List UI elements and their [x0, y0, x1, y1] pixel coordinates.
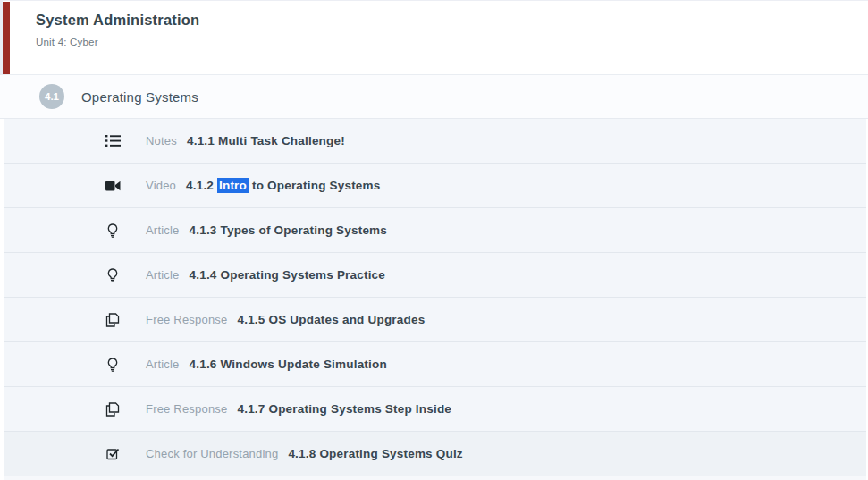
search-highlight: Intro	[217, 178, 249, 193]
module-title: Operating Systems	[81, 89, 198, 105]
lesson-list: Notes 4.1.1 Multi Task Challenge! Video …	[4, 119, 866, 476]
item-type-label: Free Response	[146, 402, 227, 416]
item-title: 4.1.7 Operating Systems Step Inside	[237, 402, 451, 416]
lesson-row-4-1-4[interactable]: Article 4.1.4 Operating Systems Practice	[4, 253, 866, 298]
unit-accent-bar	[3, 2, 10, 74]
item-title: 4.1.6 Windows Update Simulation	[190, 358, 387, 371]
item-title: 4.1.3 Types of Operating Systems	[190, 223, 387, 237]
module-number-badge: 4.1	[39, 84, 64, 109]
lightbulb-icon	[105, 223, 121, 239]
checkbox-checked-icon	[105, 446, 121, 462]
item-title: 4.1.8 Operating Systems Quiz	[288, 447, 462, 460]
lightbulb-icon	[105, 357, 121, 373]
item-title: 4.1.1 Multi Task Challenge!	[187, 134, 345, 147]
item-title: 4.1.2 Intro to Operating Systems	[186, 179, 380, 192]
lightbulb-icon	[105, 267, 121, 283]
item-type-label: Check for Understanding	[146, 447, 278, 460]
lesson-row-4-1-6[interactable]: Article 4.1.6 Windows Update Simulation	[4, 342, 866, 387]
lesson-row-4-1-8[interactable]: Check for Understanding 4.1.8 Operating …	[4, 432, 866, 476]
module-header[interactable]: 4.1 Operating Systems	[0, 74, 868, 119]
notes-list-icon	[105, 133, 121, 149]
copy-pages-icon	[105, 312, 121, 328]
item-type-label: Free Response	[146, 313, 227, 326]
unit-subtitle: Unit 4: Cyber	[36, 37, 868, 47]
title-suffix: to Operating Systems	[249, 179, 381, 192]
item-type-label: Notes	[146, 134, 177, 147]
title-prefix: 4.1.2	[186, 179, 217, 192]
copy-pages-icon	[105, 401, 121, 417]
course-title: System Administration	[36, 12, 868, 29]
item-type-label: Video	[146, 179, 176, 192]
lesson-row-4-1-5[interactable]: Free Response 4.1.5 OS Updates and Upgra…	[4, 298, 866, 342]
lesson-row-4-1-2[interactable]: Video 4.1.2 Intro to Operating Systems	[4, 164, 866, 208]
next-row-peek	[4, 476, 866, 480]
lesson-row-4-1-3[interactable]: Article 4.1.3 Types of Operating Systems	[4, 208, 866, 253]
video-camera-icon	[105, 178, 121, 194]
item-type-label: Article	[146, 358, 180, 371]
item-title: 4.1.4 Operating Systems Practice	[190, 268, 386, 282]
lesson-row-4-1-1[interactable]: Notes 4.1.1 Multi Task Challenge!	[4, 119, 866, 164]
item-title: 4.1.5 OS Updates and Upgrades	[237, 313, 425, 326]
course-header: System Administration Unit 4: Cyber	[3, 0, 868, 74]
item-type-label: Article	[146, 223, 180, 237]
item-type-label: Article	[146, 268, 180, 282]
lesson-row-4-1-7[interactable]: Free Response 4.1.7 Operating Systems St…	[4, 387, 866, 432]
